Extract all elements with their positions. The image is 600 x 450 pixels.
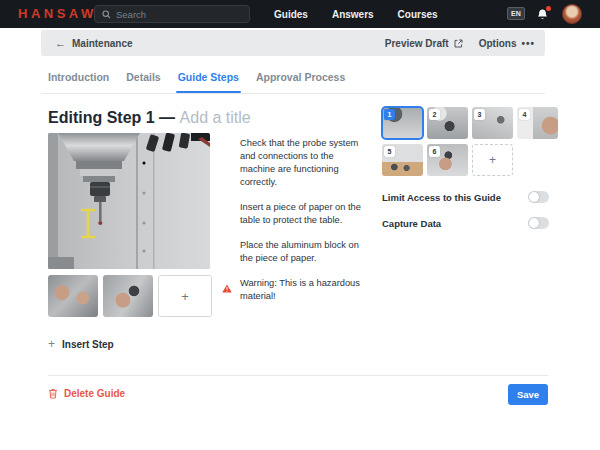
search-box[interactable] [94, 5, 250, 23]
trash-icon [48, 388, 58, 399]
external-link-icon [454, 39, 463, 48]
preview-draft-button[interactable]: Preview Draft [385, 38, 463, 49]
bullet-text: Place the aluminum block on the piece of… [240, 239, 366, 265]
limit-access-toggle[interactable] [528, 191, 549, 203]
step-main-image[interactable] [48, 133, 210, 269]
step-thumb-1[interactable]: 1 [382, 107, 423, 139]
add-step-thumbnail-button[interactable]: + [472, 144, 513, 176]
plus-icon: + [48, 338, 55, 350]
notification-dot [546, 6, 551, 11]
nav-link-guides[interactable]: Guides [274, 9, 308, 20]
cnc-machine-photo [48, 133, 210, 269]
guide-toolbar: ← Maintenance Preview Draft Options ••• [41, 30, 545, 56]
search-icon [102, 10, 111, 19]
toggle-knob [529, 218, 539, 228]
step-number-badge: 5 [384, 146, 395, 157]
step-thumb-6[interactable]: 6 [427, 144, 468, 176]
plus-icon: + [489, 153, 496, 167]
notifications-button[interactable] [536, 7, 550, 21]
top-nav: HANSAW Guides Answers Courses EN [0, 0, 600, 28]
warning-text: Warning: This is a hazardous material! [240, 277, 366, 303]
step-thumb-4[interactable]: 4 [517, 107, 558, 139]
nav-links: Guides Answers Courses [274, 0, 438, 28]
media-thumbnail-2[interactable] [103, 275, 153, 317]
footer-divider [48, 375, 548, 376]
step-thumb-3[interactable]: 3 [472, 107, 513, 139]
tab-introduction[interactable]: Introduction [48, 62, 109, 93]
ellipsis-icon: ••• [521, 38, 535, 49]
step-thumb-5[interactable]: 5 [382, 144, 423, 176]
limit-access-label: Limit Access to this Guide [382, 192, 501, 203]
step-number-badge: 2 [429, 109, 440, 120]
options-label: Options [479, 38, 517, 49]
nav-link-answers[interactable]: Answers [332, 9, 374, 20]
search-input[interactable] [116, 9, 242, 20]
insert-step-label: Insert Step [62, 339, 114, 350]
preview-draft-label: Preview Draft [385, 38, 449, 49]
list-item: Insert a piece of paper on the table to … [222, 201, 366, 227]
toggle-knob [529, 192, 539, 202]
step-instructions[interactable]: Check that the probe system and connecti… [222, 137, 366, 315]
tab-details[interactable]: Details [126, 62, 160, 93]
nav-link-courses[interactable]: Courses [398, 9, 438, 20]
options-button[interactable]: Options ••• [479, 38, 535, 49]
step-number-badge: 6 [429, 146, 440, 157]
insert-step-button[interactable]: + Insert Step [48, 338, 114, 350]
guide-tabs: Introduction Details Guide Steps Approva… [48, 62, 345, 93]
step-number-badge: 1 [384, 109, 395, 120]
app-window: HANSAW Guides Answers Courses EN ← Maint… [0, 0, 600, 450]
bullet-text: Insert a piece of paper on the table to … [240, 201, 366, 227]
capture-data-toggle[interactable] [528, 217, 549, 229]
guide-settings: Limit Access to this Guide Capture Data [382, 190, 549, 242]
user-avatar[interactable] [562, 4, 582, 24]
setting-row: Capture Data [382, 216, 549, 230]
step-number-badge: 4 [519, 109, 530, 120]
tab-guide-steps[interactable]: Guide Steps [178, 62, 239, 93]
save-button[interactable]: Save [508, 384, 548, 405]
step-thumbnail-grid: 1 2 3 4 5 6 + [382, 107, 558, 176]
list-item: Warning: This is a hazardous material! [222, 277, 366, 303]
step-number-badge: 3 [474, 109, 485, 120]
add-media-button[interactable]: + [158, 275, 212, 317]
step-heading: Editing Step 1 — Add a title [48, 109, 251, 127]
warning-triangle-icon [222, 279, 232, 297]
brand-logo[interactable]: HANSAW [18, 0, 97, 28]
tabs-divider [41, 93, 545, 94]
back-button[interactable]: ← Maintenance [55, 38, 133, 49]
step-thumb-2[interactable]: 2 [427, 107, 468, 139]
media-thumbnail-1[interactable] [48, 275, 98, 317]
step-media-strip: + [48, 275, 212, 317]
delete-guide-label: Delete Guide [64, 388, 125, 399]
delete-guide-button[interactable]: Delete Guide [48, 388, 125, 399]
list-item: Check that the probe system and connecti… [222, 137, 366, 189]
capture-data-label: Capture Data [382, 218, 441, 229]
step-title-placeholder[interactable]: Add a title [180, 109, 251, 126]
language-badge[interactable]: EN [507, 7, 525, 20]
tab-approval-process[interactable]: Approval Process [256, 62, 345, 93]
back-arrow-icon: ← [55, 38, 66, 49]
step-heading-text: Editing Step 1 — [48, 109, 175, 126]
breadcrumb: Maintenance [72, 38, 133, 49]
bullet-text: Check that the probe system and connecti… [240, 137, 366, 189]
list-item: Place the aluminum block on the piece of… [222, 239, 366, 265]
plus-icon: + [181, 289, 189, 304]
setting-row: Limit Access to this Guide [382, 190, 549, 204]
